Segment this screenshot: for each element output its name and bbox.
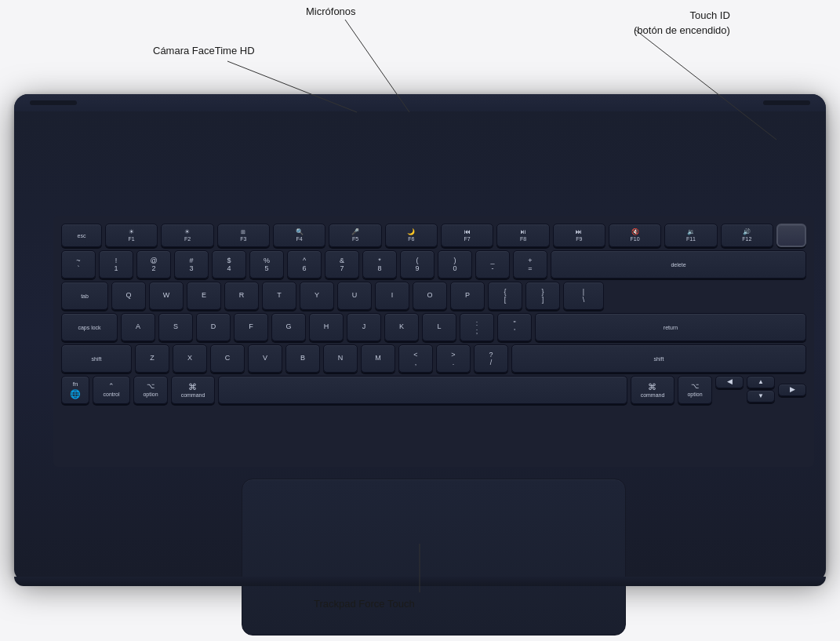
keyboard-area: esc ☀F1 ☀F2 ⊞F3 🔍F4 🎤F5 🌙F6 ⏮F7 ⏯F8 ⏭F9 …	[53, 216, 814, 467]
key-x[interactable]: X	[173, 344, 207, 373]
key-rbracket[interactable]: }]	[525, 282, 560, 310]
key-i[interactable]: I	[375, 282, 409, 310]
key-y[interactable]: Y	[300, 282, 334, 310]
key-arrow-left[interactable]: ◀	[715, 376, 744, 388]
key-option-left[interactable]: ⌥option	[133, 376, 168, 404]
key-8[interactable]: *8	[362, 250, 397, 279]
key-option-right[interactable]: ⌥option	[678, 376, 712, 404]
key-arrow-down[interactable]: ▼	[747, 390, 775, 402]
zxcv-row: shift Z X C V B N M <, >. ?/ shift	[61, 344, 806, 373]
key-comma[interactable]: <,	[398, 344, 433, 373]
key-p[interactable]: P	[450, 282, 485, 310]
key-t[interactable]: T	[262, 282, 296, 310]
camera-label: Cámara FaceTime HD	[153, 43, 255, 58]
key-d[interactable]: D	[196, 313, 231, 341]
key-command-left[interactable]: ⌘command	[171, 376, 215, 404]
key-a[interactable]: A	[121, 313, 155, 341]
key-f4[interactable]: 🔍F4	[273, 224, 325, 247]
key-backtick[interactable]: ~`	[61, 250, 96, 279]
key-lbracket[interactable]: {[	[488, 282, 522, 310]
key-q[interactable]: Q	[111, 282, 146, 310]
key-j[interactable]: J	[347, 313, 381, 341]
key-f9[interactable]: ⏭F9	[553, 224, 605, 247]
key-period[interactable]: >.	[436, 344, 471, 373]
key-backslash[interactable]: |\	[563, 282, 604, 310]
laptop-bottom-edge	[14, 577, 826, 586]
key-5[interactable]: %5	[249, 250, 284, 279]
key-r[interactable]: R	[224, 282, 259, 310]
asdf-row: caps lock A S D F G H J K L :; "' return	[61, 313, 806, 341]
key-f11[interactable]: 🔉F11	[664, 224, 717, 247]
key-semicolon[interactable]: :;	[460, 313, 494, 341]
key-c[interactable]: C	[210, 344, 245, 373]
key-o[interactable]: O	[413, 282, 447, 310]
key-slash[interactable]: ?/	[474, 344, 508, 373]
key-0[interactable]: )0	[438, 250, 472, 279]
key-control[interactable]: ⌃control	[93, 376, 130, 404]
key-command-right[interactable]: ⌘command	[631, 376, 675, 404]
qwerty-row: tab Q W E R T Y U I O P {[ }] |\	[61, 282, 806, 310]
key-arrow-right[interactable]: ▶	[778, 384, 806, 396]
key-3[interactable]: #3	[174, 250, 209, 279]
key-u[interactable]: U	[337, 282, 372, 310]
key-m[interactable]: M	[361, 344, 395, 373]
key-f1[interactable]: ☀F1	[105, 224, 158, 247]
key-esc[interactable]: esc	[61, 224, 102, 247]
arrow-right-container: ▶	[778, 376, 806, 404]
key-e[interactable]: E	[187, 282, 221, 310]
key-f7[interactable]: ⏮F7	[441, 224, 493, 247]
key-l[interactable]: L	[422, 313, 456, 341]
key-tab[interactable]: tab	[61, 282, 108, 310]
key-capslock[interactable]: caps lock	[61, 313, 118, 341]
key-9[interactable]: (9	[400, 250, 435, 279]
key-v[interactable]: V	[248, 344, 282, 373]
key-f12[interactable]: 🔊F12	[721, 224, 773, 247]
key-k[interactable]: K	[384, 313, 419, 341]
key-h[interactable]: H	[309, 313, 344, 341]
key-z[interactable]: Z	[135, 344, 169, 373]
key-2[interactable]: @2	[136, 250, 171, 279]
key-n[interactable]: N	[323, 344, 358, 373]
key-f3[interactable]: ⊞F3	[217, 224, 270, 247]
page-container: Cámara FaceTime HD Micrófonos Touch ID(b…	[0, 0, 840, 641]
laptop-shell: esc ☀F1 ☀F2 ⊞F3 🔍F4 🎤F5 🌙F6 ⏮F7 ⏯F8 ⏭F9 …	[14, 94, 826, 581]
key-f10[interactable]: 🔇F10	[609, 224, 661, 247]
key-touchid[interactable]	[776, 224, 806, 247]
key-1[interactable]: !1	[99, 250, 133, 279]
key-f2[interactable]: ☀F2	[161, 224, 213, 247]
fn-row: esc ☀F1 ☀F2 ⊞F3 🔍F4 🎤F5 🌙F6 ⏮F7 ⏯F8 ⏭F9 …	[61, 224, 806, 247]
key-f8[interactable]: ⏯F8	[496, 224, 549, 247]
key-shift-left[interactable]: shift	[61, 344, 132, 373]
number-row: ~` !1 @2 #3 $4 %5 ^6 &7 *8 (9 )0 _- += d…	[61, 250, 806, 279]
key-s[interactable]: S	[158, 313, 193, 341]
key-minus[interactable]: _-	[475, 250, 510, 279]
key-f[interactable]: F	[234, 313, 268, 341]
microphone-label: Micrófonos	[306, 4, 356, 19]
trackpad-label: Trackpad Force Touch	[314, 596, 415, 611]
key-quote[interactable]: "'	[497, 313, 532, 341]
key-b[interactable]: B	[285, 344, 320, 373]
key-f6[interactable]: 🌙F6	[385, 224, 438, 247]
key-equals[interactable]: +=	[513, 250, 547, 279]
key-delete[interactable]: delete	[551, 250, 806, 279]
key-g[interactable]: G	[271, 313, 306, 341]
key-4[interactable]: $4	[212, 250, 246, 279]
arrow-keys: ◀	[715, 376, 744, 404]
key-shift-right[interactable]: shift	[511, 344, 806, 373]
touchid-label: Touch ID(botón de encendido)	[634, 8, 730, 38]
key-w[interactable]: W	[149, 282, 184, 310]
key-6[interactable]: ^6	[287, 250, 322, 279]
arrow-up-down: ▲ ▼	[747, 376, 775, 404]
key-fn[interactable]: fn🌐	[61, 376, 89, 404]
key-7[interactable]: &7	[325, 250, 359, 279]
key-f5[interactable]: 🎤F5	[329, 224, 381, 247]
key-arrow-up[interactable]: ▲	[747, 376, 775, 388]
key-space[interactable]	[218, 376, 627, 404]
modifier-row: fn🌐 ⌃control ⌥option ⌘command ⌘command ⌥…	[61, 376, 806, 404]
trackpad[interactable]	[242, 479, 626, 636]
key-return[interactable]: return	[535, 313, 806, 341]
